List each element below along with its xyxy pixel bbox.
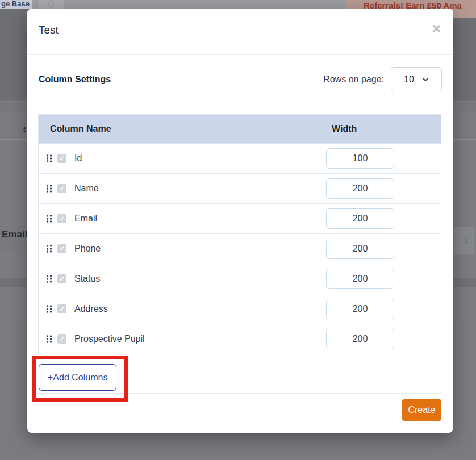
drag-handle-icon[interactable] (46, 244, 52, 253)
column-name-label: Id (74, 153, 82, 164)
width-input[interactable] (326, 178, 394, 199)
drag-handle-icon[interactable] (46, 334, 52, 344)
rows-per-page-group: Rows on page: 10 (323, 67, 442, 91)
table-row: ✓ Phone (39, 233, 441, 264)
column-checkbox-checked[interactable]: ✓ (57, 334, 66, 344)
width-input[interactable] (326, 208, 394, 229)
column-name-label: Address (74, 304, 108, 314)
create-button[interactable]: Create (402, 399, 441, 421)
width-input[interactable] (326, 148, 394, 169)
column-name-cell: ✓ Status (39, 274, 326, 284)
column-name-label: Phone (74, 244, 101, 254)
width-input[interactable] (326, 239, 394, 259)
rows-per-page-label: Rows on page: (323, 74, 384, 85)
rows-per-page-select[interactable]: 10 (391, 67, 442, 91)
column-name-label: Prospective Pupil (74, 334, 145, 344)
search-button[interactable] (39, 0, 64, 9)
drag-handle-icon[interactable] (46, 184, 52, 193)
column-name-cell: ✓ Prospective Pupil (39, 334, 326, 344)
chevron-down-icon (422, 77, 429, 81)
width-input[interactable] (326, 329, 394, 349)
column-sort-control: ↑↓ (454, 227, 475, 254)
column-name-cell: ✓ Address (39, 304, 326, 314)
background-email-column-header: Email (2, 229, 27, 240)
width-header: Width (326, 124, 441, 134)
width-cell (326, 239, 441, 259)
close-icon[interactable]: ✕ (431, 23, 441, 35)
modal-header: Test ✕ (27, 9, 453, 55)
section-title: Column Settings (39, 74, 111, 85)
width-cell (326, 329, 441, 349)
column-name-label: Status (74, 274, 100, 284)
drag-handle-icon[interactable] (46, 304, 52, 313)
width-input[interactable] (326, 269, 394, 289)
column-checkbox-checked[interactable]: ✓ (57, 244, 66, 253)
column-checkbox-checked[interactable]: ✓ (57, 214, 66, 223)
nav-tab-label: ge Base (1, 0, 30, 8)
table-row: ✓ Email (39, 203, 441, 233)
column-name-cell: ✓ Id (39, 153, 326, 164)
table-row: ✓ Status (39, 264, 441, 294)
column-name-label: Name (74, 183, 99, 194)
width-cell (326, 299, 441, 319)
add-columns-button[interactable]: +Add Columns (39, 364, 116, 391)
drag-handle-icon[interactable] (46, 214, 52, 223)
width-cell (326, 269, 441, 289)
sort-arrows-icon: ↑↓ (462, 236, 467, 245)
column-checkbox-checked[interactable]: ✓ (57, 274, 66, 283)
nav-tab-knowledge-base[interactable]: ge Base (0, 0, 32, 9)
modal-title: Test (39, 24, 59, 36)
table-header-row: Column Name Width (39, 115, 441, 143)
column-checkbox-checked[interactable]: ✓ (57, 154, 66, 163)
table-row: ✓ Id (39, 143, 441, 173)
drag-handle-icon[interactable] (46, 274, 52, 283)
rows-per-page-value: 10 (404, 74, 414, 85)
width-cell (326, 208, 441, 229)
column-name-cell: ✓ Email (39, 214, 326, 224)
sort-caret-icon: ▴▾ (23, 126, 26, 133)
settings-row: Column Settings Rows on page: 10 (39, 67, 442, 91)
column-name-label: Email (74, 214, 97, 224)
column-settings-modal: Test ✕ Column Settings Rows on page: 10 … (27, 9, 453, 433)
column-name-header: Column Name (39, 124, 326, 134)
table-row: ✓ Address (39, 294, 441, 324)
width-cell (326, 148, 441, 169)
column-name-cell: ✓ Phone (39, 244, 326, 254)
table-row: ✓ Name (39, 173, 441, 203)
column-name-cell: ✓ Name (39, 183, 326, 194)
column-checkbox-checked[interactable]: ✓ (57, 184, 66, 193)
column-settings-table: Column Name Width ✓ Id ✓ Name (38, 114, 441, 354)
footer-divider (39, 393, 441, 394)
search-icon (48, 1, 54, 7)
width-cell (326, 178, 441, 199)
column-checkbox-checked[interactable]: ✓ (57, 304, 66, 313)
table-row: ✓ Prospective Pupil (39, 324, 441, 354)
width-input[interactable] (326, 299, 394, 319)
drag-handle-icon[interactable] (46, 154, 52, 163)
